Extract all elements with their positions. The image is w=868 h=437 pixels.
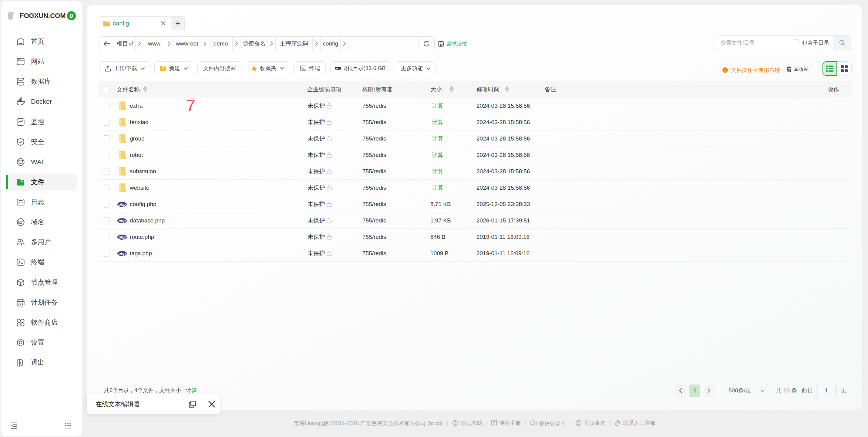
svg-text:i: i [724, 68, 726, 72]
